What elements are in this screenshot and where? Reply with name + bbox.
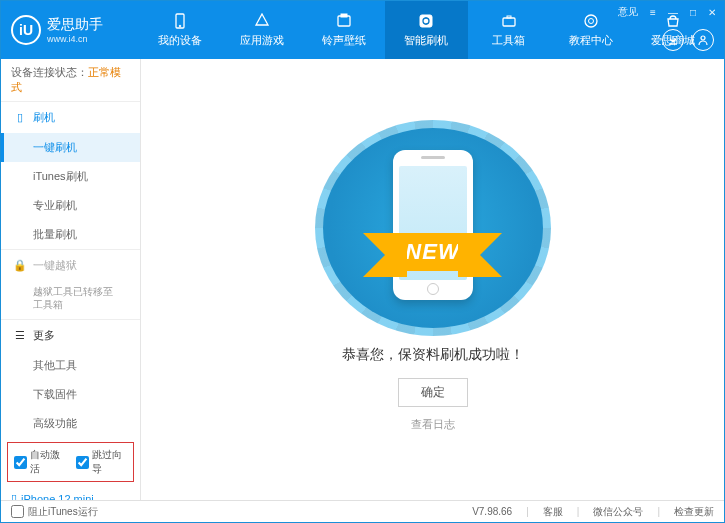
window-controls: 意见 ≡ — □ ✕ [616,5,718,19]
svg-rect-4 [420,15,432,27]
close-button[interactable]: ✕ [706,7,718,18]
header-circle-buttons [662,29,714,51]
sidebar-item-batch-flash[interactable]: 批量刷机 [1,220,140,249]
ok-button[interactable]: 确定 [398,378,468,407]
nav-wallpaper[interactable]: 铃声壁纸 [303,1,385,59]
phone-icon: ▯ [13,111,27,124]
skip-guide-checkbox[interactable]: 跳过向导 [76,448,128,476]
svg-rect-3 [341,14,347,17]
app-name: 爱思助手 [47,16,103,34]
nav-label: 铃声壁纸 [322,33,366,48]
wechat-link[interactable]: 微信公众号 [593,505,643,519]
device-icon [171,12,189,30]
menu-button[interactable]: ≡ [648,7,658,18]
user-button[interactable] [692,29,714,51]
list-icon: ☰ [13,329,27,342]
sidebar-item-other-tools[interactable]: 其他工具 [1,351,140,380]
connection-status: 设备连接状态：正常模式 [1,59,140,102]
nav-apps[interactable]: 应用游戏 [221,1,303,59]
section-title: 一键越狱 [33,258,77,273]
section-title: 更多 [33,328,55,343]
success-message: 恭喜您，保资料刷机成功啦！ [342,346,524,364]
device-name: ▯ iPhone 12 mini [11,492,130,500]
logo-area: iU 爱思助手 www.i4.cn [11,15,139,45]
wallpaper-icon [335,12,353,30]
app-site: www.i4.cn [47,34,103,44]
download-button[interactable] [662,29,684,51]
sidebar-item-one-click-flash[interactable]: 一键刷机 [1,133,140,162]
nav-label: 工具箱 [492,33,525,48]
nav-label: 我的设备 [158,33,202,48]
sidebar-item-advanced[interactable]: 高级功能 [1,409,140,438]
nav-label: 教程中心 [569,33,613,48]
logo-icon: iU [11,15,41,45]
sidebar-section-more[interactable]: ☰ 更多 [1,320,140,351]
flash-icon [417,12,435,30]
sidebar-section-jailbreak[interactable]: 🔒 一键越狱 [1,250,140,281]
check-update-link[interactable]: 检查更新 [674,505,714,519]
svg-point-1 [179,25,181,27]
nav-my-device[interactable]: 我的设备 [139,1,221,59]
connection-label: 设备连接状态： [11,66,88,78]
section-title: 刷机 [33,110,55,125]
block-itunes-checkbox[interactable]: 阻止iTunes运行 [11,505,98,519]
footer: 阻止iTunes运行 V7.98.66 | 客服 | 微信公众号 | 检查更新 [1,500,724,522]
sidebar-item-itunes-flash[interactable]: iTunes刷机 [1,162,140,191]
block-itunes-label: 阻止iTunes运行 [28,505,98,519]
svg-point-9 [701,36,705,40]
maximize-button[interactable]: □ [688,7,698,18]
sidebar-section-flash[interactable]: ▯ 刷机 [1,102,140,133]
auto-activate-checkbox[interactable]: 自动激活 [14,448,66,476]
nav-label: 智能刷机 [404,33,448,48]
tutorial-icon [582,12,600,30]
svg-rect-5 [503,18,515,26]
sidebar-item-pro-flash[interactable]: 专业刷机 [1,191,140,220]
apps-icon [253,12,271,30]
ribbon-text: NEW [385,233,479,271]
lock-icon: 🔒 [13,259,27,272]
nav-flash[interactable]: 智能刷机 [385,1,467,59]
skip-guide-label: 跳过向导 [92,448,128,476]
support-link[interactable]: 客服 [543,505,563,519]
device-info[interactable]: ▯ iPhone 12 mini 64GB Down-12mini-13,1 [1,486,140,500]
svg-point-8 [588,19,593,24]
sidebar-item-download-firmware[interactable]: 下载固件 [1,380,140,409]
jailbreak-note: 越狱工具已转移至 工具箱 [1,281,140,319]
minimize-button[interactable]: — [666,7,680,18]
sidebar: 设备连接状态：正常模式 ▯ 刷机 一键刷机 iTunes刷机 专业刷机 批量刷机… [1,59,141,500]
success-illustration: NEW [323,128,543,328]
app-header: iU 爱思助手 www.i4.cn 我的设备 应用游戏 铃声壁纸 智能刷机 工具… [1,1,724,59]
auto-activate-label: 自动激活 [30,448,66,476]
nav-label: 应用游戏 [240,33,284,48]
nav-toolbox[interactable]: 工具箱 [468,1,550,59]
options-highlight-box: 自动激活 跳过向导 [7,442,134,482]
version-label: V7.98.66 [472,506,512,517]
main-content: NEW 恭喜您，保资料刷机成功啦！ 确定 查看日志 [141,59,724,500]
svg-rect-6 [507,16,511,18]
view-log-link[interactable]: 查看日志 [411,417,455,432]
svg-point-7 [585,15,597,27]
feedback-button[interactable]: 意见 [616,5,640,19]
toolbox-icon [500,12,518,30]
phone-small-icon: ▯ [11,492,17,500]
